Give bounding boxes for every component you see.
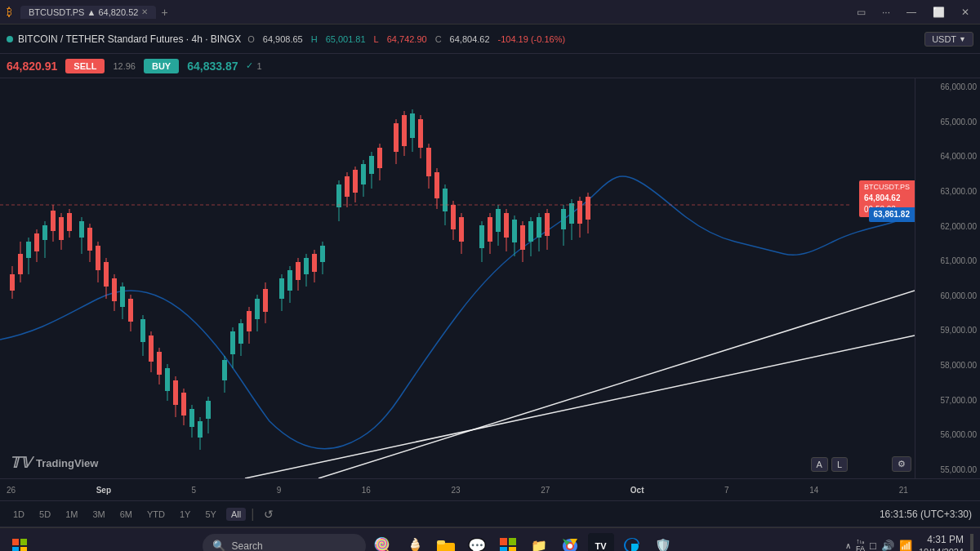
version-number: 1 bbox=[256, 61, 261, 71]
window-close-btn[interactable]: ✕ bbox=[957, 5, 973, 20]
buy-price: 64,833.87 bbox=[187, 60, 238, 73]
svg-rect-44 bbox=[189, 409, 194, 427]
svg-rect-30 bbox=[128, 299, 133, 322]
price-56k: 56,000.00 bbox=[919, 430, 977, 439]
tab-close-icon[interactable]: ✕ bbox=[141, 7, 148, 16]
svg-rect-86 bbox=[394, 123, 399, 152]
svg-rect-46 bbox=[198, 421, 203, 438]
period-1m[interactable]: 1M bbox=[60, 508, 82, 521]
tray-volume-icon[interactable]: 🔊 bbox=[881, 540, 894, 551]
period-1y[interactable]: 1Y bbox=[175, 508, 195, 521]
svg-rect-0 bbox=[0, 78, 915, 478]
tray-screen-icon[interactable]: □ bbox=[870, 540, 876, 551]
taskbar-app-edge[interactable] bbox=[619, 533, 645, 552]
taskbar-app-security[interactable]: 🛡️ bbox=[650, 533, 676, 552]
window-menu-btn[interactable]: ··· bbox=[878, 5, 894, 20]
trade-bar: 64,820.91 SELL 12.96 BUY 64,833.87 ✓ 1 bbox=[0, 54, 980, 78]
auto-scale-button[interactable]: A bbox=[811, 457, 828, 472]
price-61k: 61,000.00 bbox=[919, 256, 977, 265]
add-tab-button[interactable]: + bbox=[161, 6, 167, 19]
svg-rect-12 bbox=[51, 211, 56, 231]
open-label: O bbox=[247, 34, 255, 44]
svg-rect-102 bbox=[459, 217, 464, 242]
svg-rect-90 bbox=[410, 113, 415, 138]
taskbar-app-files[interactable] bbox=[433, 533, 459, 552]
svg-rect-28 bbox=[120, 287, 125, 307]
buy-button[interactable]: BUY bbox=[144, 59, 179, 73]
taskbar-left bbox=[7, 533, 33, 552]
symbol-name[interactable]: BITCOIN / TETHER Standard Futures · 4h ·… bbox=[18, 33, 241, 45]
period-3m[interactable]: 3M bbox=[87, 508, 109, 521]
close-label: C bbox=[435, 34, 442, 44]
svg-rect-140 bbox=[500, 547, 507, 552]
title-bar: ₿ BTCUSDT.PS ▲ 64,820.52 ✕ + ▭ ··· — ⬜ ✕ bbox=[0, 0, 980, 24]
active-tab[interactable]: BTCUSDT.PS ▲ 64,820.52 ✕ bbox=[20, 6, 156, 19]
svg-rect-14 bbox=[59, 217, 64, 240]
system-clock[interactable]: 4:31 PM 10/14/2024 bbox=[919, 534, 964, 551]
taskbar-app-explorer2[interactable]: 📁 bbox=[526, 533, 552, 552]
change-value: -104.19 (-0.16%) bbox=[498, 34, 566, 44]
symbol-info: BITCOIN / TETHER Standard Futures · 4h ·… bbox=[7, 33, 241, 45]
tv-logo-text: TradingView bbox=[36, 457, 98, 469]
chart-tools: A L bbox=[811, 457, 848, 472]
taskbar-app-store[interactable] bbox=[495, 533, 521, 552]
settings-icon: ⚙ bbox=[898, 459, 906, 469]
svg-rect-72 bbox=[320, 246, 325, 262]
tray-chevron-icon[interactable]: ∧ bbox=[845, 541, 851, 550]
svg-rect-112 bbox=[512, 220, 517, 242]
taskbar-app-tradingview[interactable]: TV bbox=[588, 533, 614, 552]
svg-rect-132 bbox=[12, 539, 19, 545]
svg-rect-24 bbox=[104, 262, 109, 287]
svg-rect-137 bbox=[437, 540, 445, 544]
lock-scale-button[interactable]: L bbox=[831, 457, 848, 472]
windows-logo-icon bbox=[12, 539, 27, 552]
period-1d[interactable]: 1D bbox=[8, 508, 29, 521]
low-value: 64,742.90 bbox=[387, 34, 427, 44]
svg-rect-22 bbox=[96, 246, 100, 270]
start-button[interactable] bbox=[7, 533, 33, 552]
time-label-27: 27 bbox=[541, 486, 550, 495]
price-badge-symbol: BTCUSDT.PS bbox=[864, 182, 910, 193]
currency-button[interactable]: USDT ▼ bbox=[924, 32, 973, 47]
svg-rect-48 bbox=[206, 401, 211, 419]
taskbar-app-emoji1[interactable]: 🍭 bbox=[371, 533, 397, 552]
time-label-5: 5 bbox=[192, 486, 197, 495]
period-ytd[interactable]: YTD bbox=[142, 508, 170, 521]
open-value: 64,908.65 bbox=[263, 34, 303, 44]
search-bar[interactable]: 🔍 Search bbox=[203, 534, 366, 552]
price-64k: 64,000.00 bbox=[919, 152, 977, 161]
chart-settings-button[interactable]: ⚙ bbox=[892, 456, 911, 472]
taskbar-app-discord[interactable]: 💬 bbox=[464, 533, 490, 552]
svg-rect-84 bbox=[377, 148, 382, 168]
chart-main[interactable]: BTCUSDT.PS 64,804.62 02:58:03 63,861.82 … bbox=[0, 78, 915, 478]
svg-rect-96 bbox=[434, 172, 439, 198]
svg-rect-133 bbox=[20, 539, 27, 545]
svg-rect-2 bbox=[10, 274, 15, 291]
window-maximize-btn[interactable]: ⬜ bbox=[929, 5, 949, 20]
price-59k: 59,000.00 bbox=[919, 326, 977, 335]
svg-rect-66 bbox=[296, 262, 301, 280]
svg-rect-20 bbox=[87, 228, 92, 251]
period-5y[interactable]: 5Y bbox=[200, 508, 220, 521]
tray-network-icon[interactable]: 📶 bbox=[899, 540, 912, 551]
taskbar-app-chrome[interactable] bbox=[557, 533, 583, 552]
svg-rect-106 bbox=[488, 217, 492, 242]
window-thumbnail-btn[interactable]: ▭ bbox=[853, 5, 870, 20]
chart-toolbar: BITCOIN / TETHER Standard Futures · 4h ·… bbox=[0, 24, 980, 54]
show-desktop-btn[interactable] bbox=[970, 534, 973, 551]
chart-wrapper: BTCUSDT.PS 64,804.62 02:58:03 63,861.82 … bbox=[0, 78, 980, 478]
svg-rect-126 bbox=[577, 201, 582, 224]
replay-button[interactable]: ↺ bbox=[259, 506, 278, 522]
clock-time: 4:31 PM bbox=[919, 534, 964, 547]
period-6m[interactable]: 6M bbox=[115, 508, 137, 521]
period-all[interactable]: All bbox=[226, 508, 246, 521]
svg-rect-124 bbox=[569, 203, 574, 224]
sell-button[interactable]: SELL bbox=[65, 59, 105, 73]
svg-rect-8 bbox=[34, 233, 39, 251]
period-5d[interactable]: 5D bbox=[34, 508, 56, 521]
search-icon: 🔍 bbox=[212, 540, 225, 551]
taskbar-app-emoji2[interactable]: 🍦 bbox=[402, 533, 428, 552]
tray-lang-icon[interactable]: ↑ₗₐ FA bbox=[856, 538, 865, 551]
window-minimize-btn[interactable]: — bbox=[902, 5, 920, 20]
version-check-icon: ✓ bbox=[246, 60, 253, 71]
